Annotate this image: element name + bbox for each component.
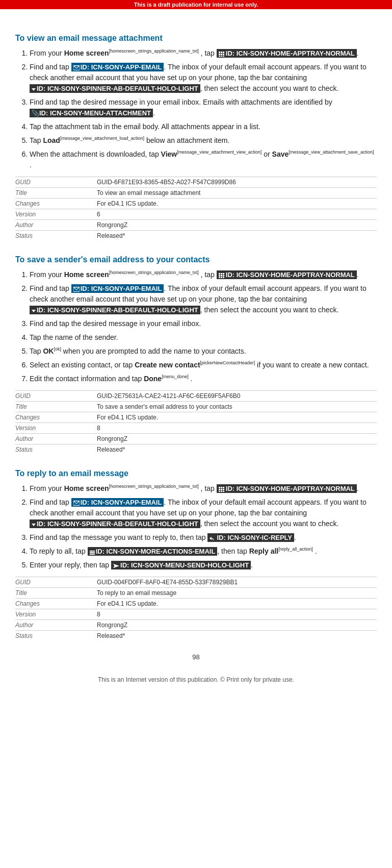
- bold-text: Reply all: [249, 547, 279, 555]
- svg-rect-31: [221, 491, 222, 492]
- list-item: From your Home screen[homescreen_strings…: [30, 269, 377, 280]
- bold-text: Create new contact: [135, 361, 200, 369]
- bold-text: Done: [144, 375, 162, 383]
- svg-rect-1: [221, 52, 222, 53]
- meta-table-2: GUID GUID-2E75631A-CAE2-4121-AF6C-6EE69F…: [15, 390, 377, 455]
- icon-app-email: ID: ICN-SONY-APP-EMAIL: [71, 284, 164, 293]
- bold-text: Save: [272, 150, 289, 158]
- list-item: To reply to all, tap ID: ICN-SONY-MORE-A…: [30, 546, 377, 557]
- bold-text: View: [161, 150, 177, 158]
- list-item: Find and tap ID: ICN-SONY-APP-EMAIL. The…: [30, 62, 377, 94]
- svg-rect-2: [223, 52, 224, 53]
- page-number: 98: [15, 653, 377, 661]
- svg-marker-21: [73, 287, 80, 289]
- svg-rect-28: [221, 489, 222, 490]
- meta-row: Author RongrongZ: [15, 620, 377, 631]
- bold-text: Home screen: [64, 270, 109, 279]
- svg-rect-20: [223, 277, 224, 278]
- section1-steps: From your Home screen[homescreen_strings…: [24, 48, 377, 170]
- svg-rect-19: [221, 277, 222, 278]
- svg-rect-32: [223, 491, 224, 492]
- meta-row: Status Released*: [15, 631, 377, 641]
- meta-row: Changes For eD4.1 ICS update.: [15, 412, 377, 423]
- svg-rect-3: [219, 54, 220, 55]
- meta-row: Author RongrongZ: [15, 434, 377, 444]
- spinner-icon: [32, 522, 36, 527]
- meta-row: GUID GUID-6F871E93-8365-4B52-A027-F547C8…: [15, 177, 377, 188]
- svg-marker-33: [73, 501, 80, 503]
- svg-rect-38: [90, 554, 95, 555]
- svg-rect-13: [221, 273, 222, 275]
- svg-rect-30: [219, 491, 220, 492]
- grid-icon: [219, 487, 225, 492]
- svg-rect-14: [223, 273, 224, 275]
- svg-rect-29: [223, 489, 224, 490]
- section2-steps: From your Home screen[homescreen_strings…: [24, 269, 377, 384]
- svg-rect-25: [221, 487, 222, 488]
- section-view-attachment: To view an email message attachment From…: [15, 34, 377, 241]
- meta-row: Title To reply to an email message: [15, 588, 377, 599]
- svg-rect-26: [223, 487, 224, 488]
- icon-spinner: ID: ICN-SONY-SPINNER-AB-DEFAULT-HOLO-LIG…: [30, 306, 200, 314]
- meta-row: Version 8: [15, 609, 377, 620]
- meta-row: Status Released*: [15, 444, 377, 455]
- icon-more-actions-email: ID: ICN-SONY-MORE-ACTIONS-EMAIL: [88, 547, 218, 556]
- section-reply-email: To reply to an email message From your H…: [15, 469, 377, 641]
- list-item: Enter your reply, then tap ID: ICN-SONY-…: [30, 560, 377, 571]
- icon-home-apptray: ID: ICN-SONY-HOME-APPTRAY-NORMAL: [217, 484, 357, 493]
- meta-row: Title To save a sender's email address t…: [15, 402, 377, 412]
- meta-table-3: GUID GUID-004FD0FF-8AF0-4E74-855D-533F78…: [15, 577, 377, 641]
- svg-rect-27: [219, 489, 220, 490]
- svg-rect-37: [90, 552, 95, 553]
- list-item: Find and tap ID: ICN-SONY-APP-EMAIL. The…: [30, 283, 377, 315]
- list-item: Edit the contact information and tap Don…: [30, 374, 377, 384]
- svg-marker-39: [113, 563, 119, 568]
- svg-rect-5: [223, 54, 224, 55]
- meta-row: Title To view an email message attachmen…: [15, 188, 377, 199]
- icon-home-apptray: ID: ICN-SONY-HOME-APPTRAY-NORMAL: [217, 270, 357, 279]
- icon-app-email: ID: ICN-SONY-APP-EMAIL: [71, 498, 164, 507]
- svg-rect-16: [221, 275, 222, 277]
- list-item: Find and tap the message you want to rep…: [30, 532, 377, 543]
- reply-icon: [210, 536, 216, 541]
- svg-rect-36: [90, 551, 95, 552]
- bold-text: Home screen: [64, 484, 109, 492]
- section-title-3: To reply to an email message: [15, 469, 377, 478]
- meta-row: Changes For eD4.1 ICS update.: [15, 599, 377, 609]
- list-item: Select an existing contact, or tap Creat…: [30, 360, 377, 370]
- svg-marker-23: [32, 310, 36, 312]
- svg-rect-12: [219, 273, 220, 275]
- send-icon: [113, 563, 119, 568]
- section-title-2: To save a sender's email address to your…: [15, 255, 377, 264]
- svg-rect-6: [219, 56, 220, 57]
- section-title-1: To view an email message attachment: [15, 34, 377, 43]
- icon-spinner: ID: ICN-SONY-SPINNER-AB-DEFAULT-HOLO-LIG…: [30, 84, 200, 93]
- meta-row: Changes For eD4.1 ICS update.: [15, 199, 377, 209]
- meta-row: GUID GUID-2E75631A-CAE2-4121-AF6C-6EE69F…: [15, 391, 377, 402]
- spinner-icon: [32, 308, 36, 313]
- svg-marker-9: [73, 65, 80, 68]
- grid-icon: [219, 52, 225, 57]
- svg-rect-4: [221, 54, 222, 55]
- svg-rect-0: [219, 52, 220, 53]
- svg-marker-35: [32, 524, 36, 526]
- icon-home-apptray: ID: ICN-SONY-HOME-APPTRAY-NORMAL: [217, 49, 357, 58]
- bold-text: Home screen: [64, 49, 109, 57]
- list-item: Find and tap the desired message in your…: [30, 97, 377, 118]
- svg-rect-24: [219, 487, 220, 488]
- svg-rect-15: [219, 275, 220, 277]
- list-item: Tap the attachment tab in the email body…: [30, 121, 377, 132]
- list-item: Find and tap ID: ICN-SONY-APP-EMAIL. The…: [30, 497, 377, 529]
- icon-app-email: ID: ICN-SONY-APP-EMAIL: [71, 63, 164, 71]
- meta-row: Version 8: [15, 423, 377, 434]
- svg-rect-7: [221, 56, 222, 57]
- grid-icon: [219, 273, 225, 278]
- section3-steps: From your Home screen[homescreen_strings…: [24, 483, 377, 571]
- meta-row: Author RongrongZ: [15, 220, 377, 231]
- email-icon: [73, 287, 80, 292]
- section-save-sender: To save a sender's email address to your…: [15, 255, 377, 455]
- svg-rect-18: [219, 277, 220, 278]
- list-item: From your Home screen[homescreen_strings…: [30, 48, 377, 59]
- spinner-icon: [32, 87, 36, 92]
- icon-ic-reply: ID: ICN-SONY-IC-REPLY: [207, 533, 294, 542]
